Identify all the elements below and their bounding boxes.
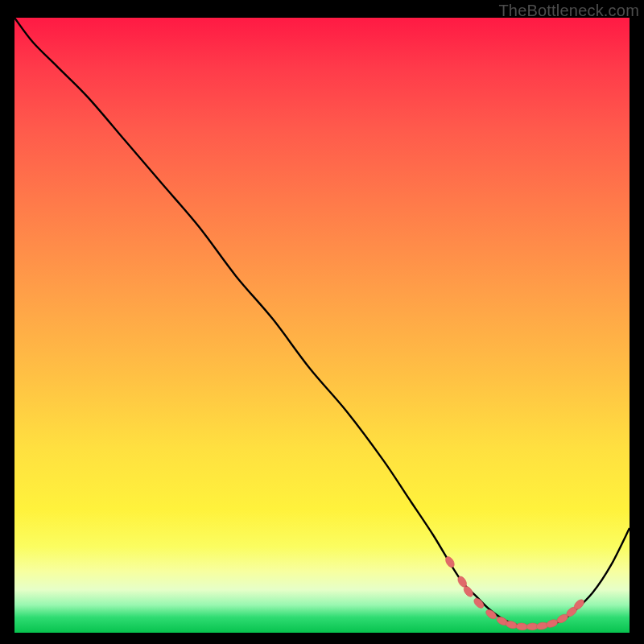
- chart-frame: TheBottleneck.com: [0, 0, 644, 644]
- curve-marker: [516, 622, 528, 630]
- bottleneck-curve: [14, 18, 630, 627]
- watermark-text: TheBottleneck.com: [498, 2, 639, 20]
- plot-area: [14, 18, 630, 633]
- curve-layer: [14, 18, 630, 633]
- curve-markers: [444, 555, 585, 631]
